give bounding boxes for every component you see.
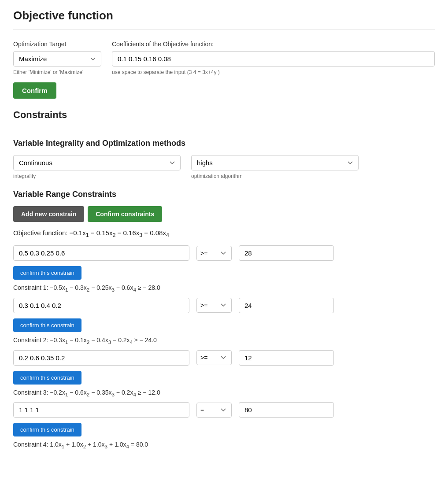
coefficients-col: Coefficients of the Objective function: … [112,41,435,75]
constraints-title: Constraints [13,109,435,121]
constraint-4-confirm-button[interactable]: confirm this constrain [13,423,81,436]
confirm-constraints-button[interactable]: Confirm constraints [88,206,162,222]
confirm-button[interactable]: Confirm [13,82,56,99]
divider-2 [13,128,435,128]
variable-integrality-title: Variable Integrality and Optimization me… [13,139,435,148]
integrality-select[interactable]: Continuous Integer Binary [13,155,181,170]
algorithm-col: highs revised simplex interior-point opt… [191,155,359,179]
algorithm-label: optimization algorithm [191,173,359,179]
objective-section: Objective function Optimization Target M… [13,9,435,99]
variable-range-section: Variable Range Constraints Add new const… [13,190,435,449]
constraint-1-rhs-input[interactable] [239,245,334,261]
optimization-target-select[interactable]: Maximize Minimize [13,51,101,67]
constraint-1-confirm-button[interactable]: confirm this constrain [13,266,81,280]
constraint-3-confirm-button[interactable]: confirm this constrain [13,371,81,385]
constraint-row-1: >= <= = [13,245,435,261]
constraint-2-rhs-input[interactable] [239,298,334,313]
constraint-block-4: >= <= = confirm this constrain Constrain… [13,402,435,449]
constraint-3-op: >= <= = [196,350,232,365]
optimization-target-col: Optimization Target Maximize Minimize Ei… [13,41,101,75]
constraint-row-4: >= <= = [13,402,435,418]
add-constrain-button[interactable]: Add new constrain [13,206,84,222]
coefficients-input[interactable] [112,51,435,67]
constraint-2-coeffs-input[interactable] [13,298,189,313]
constraint-2-op: >= <= = [196,298,232,313]
constraint-2-confirm-button[interactable]: confirm this constrain [13,318,81,332]
constraint-4-display: Constraint 4: 1.0x1 + 1.0x2 + 1.0x3 + 1.… [13,441,435,449]
objective-title: Objective function [13,9,435,22]
algorithm-select[interactable]: highs revised simplex interior-point [191,155,359,170]
constraint-1-coeffs-input[interactable] [13,245,189,261]
constraint-3-op-select[interactable]: >= <= = [196,350,232,365]
optimization-hint: Either 'Minimize' or 'Maximize' [13,69,101,75]
constraint-row-3: >= <= = [13,350,435,366]
constraint-4-coeffs-input[interactable] [13,402,189,418]
constraints-section: Constraints Variable Integrality and Opt… [13,109,435,449]
constraint-4-op-select[interactable]: >= <= = [196,403,232,418]
coefficients-label: Coefficients of the Objective function: [112,41,435,48]
constraint-1-display: Constraint 1: −0.5x1 − 0.3x2 − 0.25x3 − … [13,284,435,292]
constraint-row-2: >= <= = [13,298,435,313]
constraint-4-op: >= <= = [196,403,232,418]
objective-display: Objective function: −0.1x1 − 0.15x2 − 0.… [13,229,435,238]
constraint-block-2: >= <= = confirm this constrain Constrain… [13,298,435,345]
constraint-1-op: >= <= = [196,246,232,261]
variable-range-title: Variable Range Constraints [13,190,435,199]
constraint-4-rhs-input[interactable] [239,402,334,418]
constraint-3-display: Constraint 3: −0.2x1 − 0.6x2 − 0.35x3 − … [13,389,435,397]
constraint-2-op-select[interactable]: >= <= = [196,298,232,313]
constraint-3-coeffs-input[interactable] [13,350,189,366]
constraint-block-1: >= <= = confirm this constrain Constrain… [13,245,435,292]
objective-inputs-row: Optimization Target Maximize Minimize Ei… [13,41,435,75]
coefficients-hint: use space to separate the input (3 4 = 3… [112,69,435,75]
integrality-label: integrality [13,173,181,179]
constraint-3-rhs-input[interactable] [239,350,334,366]
integrality-col: Continuous Integer Binary integrality [13,155,181,179]
constraint-1-op-select[interactable]: >= <= = [196,246,232,261]
constraint-action-buttons: Add new constrain Confirm constraints [13,206,435,222]
constraint-block-3: >= <= = confirm this constrain Constrain… [13,350,435,397]
divider-1 [13,30,435,30]
constraint-2-display: Constraint 2: −0.3x1 − 0.1x2 − 0.4x3 − 0… [13,337,435,345]
optimization-target-label: Optimization Target [13,41,101,48]
integrality-row: Continuous Integer Binary integrality hi… [13,155,435,179]
